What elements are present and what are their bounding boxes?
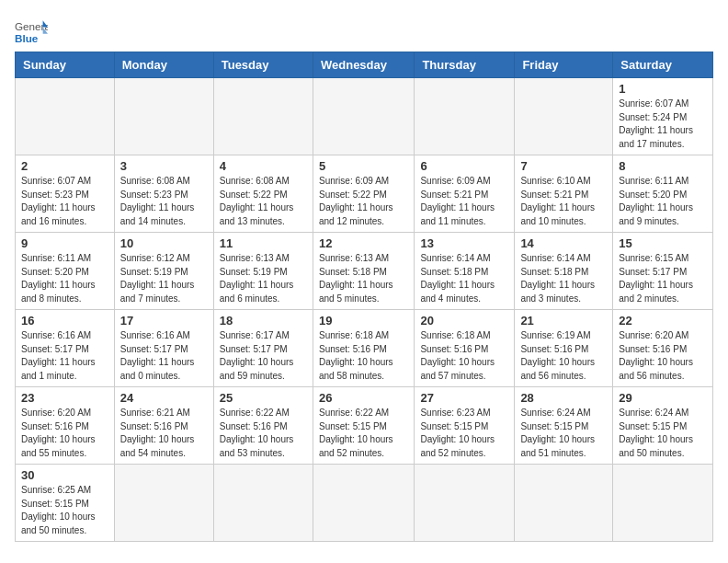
calendar-week-5: 23Sunrise: 6:20 AM Sunset: 5:16 PM Dayli… [16, 387, 713, 465]
day-info: Sunrise: 6:25 AM Sunset: 5:15 PM Dayligh… [21, 484, 108, 537]
day-info: Sunrise: 6:14 AM Sunset: 5:18 PM Dayligh… [520, 252, 607, 305]
calendar-cell: 9Sunrise: 6:11 AM Sunset: 5:20 PM Daylig… [16, 233, 115, 310]
day-number: 13 [420, 236, 508, 250]
calendar-cell: 30Sunrise: 6:25 AM Sunset: 5:15 PM Dayli… [16, 465, 115, 542]
day-info: Sunrise: 6:20 AM Sunset: 5:16 PM Dayligh… [619, 329, 707, 383]
day-number: 19 [319, 314, 408, 327]
day-info: Sunrise: 6:16 AM Sunset: 5:17 PM Dayligh… [120, 329, 208, 383]
calendar-cell [415, 78, 515, 155]
calendar-cell: 23Sunrise: 6:20 AM Sunset: 5:16 PM Dayli… [16, 387, 115, 465]
day-number: 18 [220, 314, 307, 327]
calendar-cell: 29Sunrise: 6:24 AM Sunset: 5:15 PM Dayli… [613, 387, 713, 465]
day-info: Sunrise: 6:24 AM Sunset: 5:15 PM Dayligh… [520, 407, 607, 460]
day-number: 8 [619, 159, 707, 173]
day-number: 9 [21, 236, 108, 250]
day-info: Sunrise: 6:16 AM Sunset: 5:17 PM Dayligh… [21, 329, 108, 383]
weekday-header-row: SundayMondayTuesdayWednesdayThursdayFrid… [16, 52, 713, 78]
svg-text:Blue: Blue [15, 32, 39, 44]
day-number: 2 [21, 159, 108, 173]
day-number: 7 [520, 159, 607, 173]
calendar-week-4: 16Sunrise: 6:16 AM Sunset: 5:17 PM Dayli… [16, 310, 713, 387]
day-number: 29 [619, 391, 707, 405]
day-number: 6 [420, 159, 508, 173]
day-number: 16 [21, 314, 108, 327]
calendar-cell [16, 78, 115, 155]
day-info: Sunrise: 6:13 AM Sunset: 5:18 PM Dayligh… [319, 252, 408, 305]
calendar-cell: 4Sunrise: 6:08 AM Sunset: 5:22 PM Daylig… [213, 155, 313, 233]
calendar-cell: 14Sunrise: 6:14 AM Sunset: 5:18 PM Dayli… [515, 233, 613, 310]
calendar-cell: 8Sunrise: 6:11 AM Sunset: 5:20 PM Daylig… [613, 155, 713, 233]
calendar-week-3: 9Sunrise: 6:11 AM Sunset: 5:20 PM Daylig… [16, 233, 713, 310]
weekday-tuesday: Tuesday [213, 52, 313, 78]
weekday-saturday: Saturday [613, 52, 713, 78]
calendar-cell: 10Sunrise: 6:12 AM Sunset: 5:19 PM Dayli… [114, 233, 213, 310]
calendar-cell: 3Sunrise: 6:08 AM Sunset: 5:23 PM Daylig… [114, 155, 213, 233]
day-info: Sunrise: 6:22 AM Sunset: 5:15 PM Dayligh… [319, 407, 408, 460]
day-info: Sunrise: 6:09 AM Sunset: 5:22 PM Dayligh… [319, 175, 408, 228]
calendar-cell: 1Sunrise: 6:07 AM Sunset: 5:24 PM Daylig… [613, 78, 713, 155]
calendar-cell: 24Sunrise: 6:21 AM Sunset: 5:16 PM Dayli… [114, 387, 213, 465]
day-info: Sunrise: 6:24 AM Sunset: 5:15 PM Dayligh… [619, 407, 707, 460]
calendar-cell: 20Sunrise: 6:18 AM Sunset: 5:16 PM Dayli… [415, 310, 515, 387]
calendar-cell [114, 78, 213, 155]
day-info: Sunrise: 6:09 AM Sunset: 5:21 PM Dayligh… [420, 175, 508, 228]
calendar-table: SundayMondayTuesdayWednesdayThursdayFrid… [15, 52, 713, 542]
weekday-friday: Friday [515, 52, 613, 78]
calendar-cell: 13Sunrise: 6:14 AM Sunset: 5:18 PM Dayli… [415, 233, 515, 310]
day-number: 20 [420, 314, 508, 327]
calendar-cell [313, 465, 414, 542]
day-number: 3 [120, 159, 208, 173]
calendar-cell: 15Sunrise: 6:15 AM Sunset: 5:17 PM Dayli… [613, 233, 713, 310]
day-number: 21 [520, 314, 607, 327]
calendar-cell: 6Sunrise: 6:09 AM Sunset: 5:21 PM Daylig… [415, 155, 515, 233]
day-number: 12 [319, 236, 408, 250]
day-info: Sunrise: 6:11 AM Sunset: 5:20 PM Dayligh… [21, 252, 108, 305]
day-info: Sunrise: 6:19 AM Sunset: 5:16 PM Dayligh… [520, 329, 607, 383]
day-info: Sunrise: 6:15 AM Sunset: 5:17 PM Dayligh… [619, 252, 707, 305]
day-info: Sunrise: 6:13 AM Sunset: 5:19 PM Dayligh… [220, 252, 307, 305]
day-number: 5 [319, 159, 408, 173]
day-info: Sunrise: 6:12 AM Sunset: 5:19 PM Dayligh… [120, 252, 208, 305]
logo-icon: General Blue [15, 18, 48, 44]
calendar-cell [213, 465, 313, 542]
day-number: 30 [21, 468, 108, 482]
weekday-thursday: Thursday [415, 52, 515, 78]
calendar-cell: 7Sunrise: 6:10 AM Sunset: 5:21 PM Daylig… [515, 155, 613, 233]
day-number: 15 [619, 236, 707, 250]
day-number: 27 [420, 391, 508, 405]
calendar-week-1: 1Sunrise: 6:07 AM Sunset: 5:24 PM Daylig… [16, 78, 713, 155]
calendar-cell: 2Sunrise: 6:07 AM Sunset: 5:23 PM Daylig… [16, 155, 115, 233]
calendar-cell: 12Sunrise: 6:13 AM Sunset: 5:18 PM Dayli… [313, 233, 414, 310]
calendar-cell: 19Sunrise: 6:18 AM Sunset: 5:16 PM Dayli… [313, 310, 414, 387]
day-info: Sunrise: 6:22 AM Sunset: 5:16 PM Dayligh… [220, 407, 307, 460]
day-number: 14 [520, 236, 607, 250]
day-number: 23 [21, 391, 108, 405]
weekday-sunday: Sunday [16, 52, 115, 78]
calendar-cell [415, 465, 515, 542]
day-info: Sunrise: 6:18 AM Sunset: 5:16 PM Dayligh… [319, 329, 408, 383]
day-info: Sunrise: 6:18 AM Sunset: 5:16 PM Dayligh… [420, 329, 508, 383]
calendar-cell: 22Sunrise: 6:20 AM Sunset: 5:16 PM Dayli… [613, 310, 713, 387]
day-info: Sunrise: 6:07 AM Sunset: 5:23 PM Dayligh… [21, 175, 108, 228]
calendar-cell [613, 465, 713, 542]
calendar-cell: 5Sunrise: 6:09 AM Sunset: 5:22 PM Daylig… [313, 155, 414, 233]
day-number: 4 [220, 159, 307, 173]
day-number: 28 [520, 391, 607, 405]
day-info: Sunrise: 6:08 AM Sunset: 5:22 PM Dayligh… [220, 175, 307, 228]
day-number: 22 [619, 314, 707, 327]
day-number: 1 [619, 82, 707, 96]
calendar-cell [114, 465, 213, 542]
calendar-cell: 25Sunrise: 6:22 AM Sunset: 5:16 PM Dayli… [213, 387, 313, 465]
page-header: General Blue [15, 15, 713, 44]
day-info: Sunrise: 6:07 AM Sunset: 5:24 PM Dayligh… [619, 98, 707, 151]
day-number: 26 [319, 391, 408, 405]
day-info: Sunrise: 6:10 AM Sunset: 5:21 PM Dayligh… [520, 175, 607, 228]
day-info: Sunrise: 6:21 AM Sunset: 5:16 PM Dayligh… [120, 407, 208, 460]
calendar-cell [515, 465, 613, 542]
day-info: Sunrise: 6:14 AM Sunset: 5:18 PM Dayligh… [420, 252, 508, 305]
calendar-cell: 21Sunrise: 6:19 AM Sunset: 5:16 PM Dayli… [515, 310, 613, 387]
day-info: Sunrise: 6:08 AM Sunset: 5:23 PM Dayligh… [120, 175, 208, 228]
calendar-week-2: 2Sunrise: 6:07 AM Sunset: 5:23 PM Daylig… [16, 155, 713, 233]
calendar-cell: 26Sunrise: 6:22 AM Sunset: 5:15 PM Dayli… [313, 387, 414, 465]
calendar-body: 1Sunrise: 6:07 AM Sunset: 5:24 PM Daylig… [16, 78, 713, 542]
